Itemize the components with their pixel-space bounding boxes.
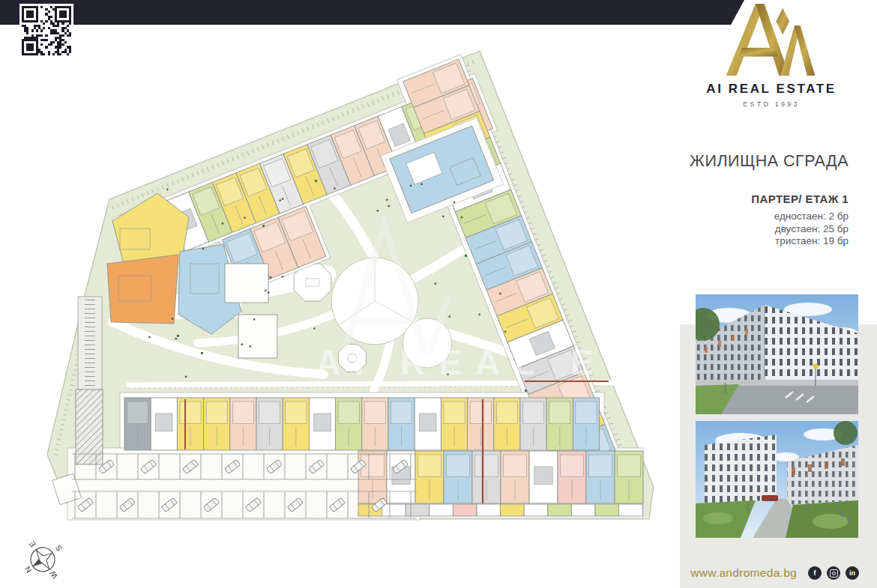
page-title: ЖИЛИЩНА СГРАДА [690, 152, 849, 171]
qr-code[interactable] [19, 4, 73, 58]
instagram-icon[interactable] [827, 566, 840, 580]
brand-estd: ESTD 1993 [684, 100, 858, 108]
footer: www.andromeda.bg f in [680, 562, 877, 584]
floor-label: ПАРТЕР/ ЕТАЖ 1 [690, 193, 849, 205]
unit-count-row: тристаен: 19 бр [690, 235, 849, 248]
brand-block: AI REAL ESTATE ESTD 1993 [684, 2, 858, 108]
compass-e: E [27, 539, 37, 549]
listing-info: ЖИЛИЩНА СГРАДА ПАРТЕР/ ЕТАЖ 1 едностаен:… [690, 152, 849, 248]
watermark-text: AI REAL ES [316, 343, 643, 382]
compass-w: W [48, 569, 60, 581]
top-accent-bar [0, 0, 744, 25]
terrace-strip [358, 504, 642, 516]
linkedin-icon[interactable]: in [846, 566, 859, 580]
unit-count-row: двустаен: 25 бр [690, 223, 849, 236]
brand-logo-icon [726, 2, 817, 77]
unit-count-row: едностаен: 2 бр [690, 210, 849, 223]
brand-name: AI REAL ESTATE [684, 82, 858, 97]
building-render-1 [696, 294, 858, 414]
bottom-band-units [124, 398, 600, 450]
building-render-2 [696, 421, 858, 538]
compass-n: N [22, 565, 33, 575]
qr-code-image [22, 6, 71, 55]
facebook-icon[interactable]: f [808, 566, 822, 580]
website-link[interactable]: www.andromeda.bg [690, 566, 797, 580]
compass-rose: N E S W [12, 528, 75, 588]
unit-counts: едностаен: 2 бр двустаен: 25 бр тристаен… [690, 210, 849, 248]
compass-s: S [53, 544, 64, 554]
lower-band-units [358, 451, 643, 503]
